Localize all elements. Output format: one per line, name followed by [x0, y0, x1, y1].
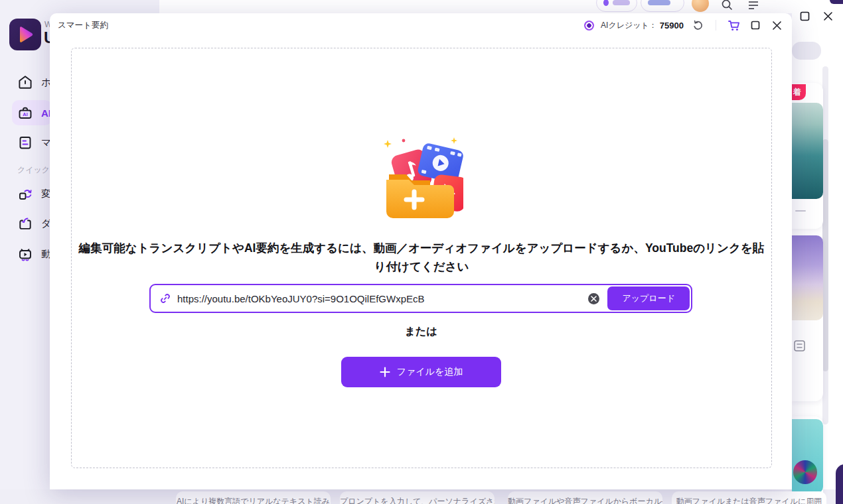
thumbnail-icon — [794, 340, 805, 354]
document-icon — [17, 135, 33, 151]
bottom-card-text: AIにより複数言語でリアルなテキスト読み — [177, 496, 330, 504]
app-logo — [9, 19, 41, 50]
sparkle-left — [384, 140, 392, 148]
or-separator-text: または — [50, 325, 792, 339]
ai-credit-coin-icon — [584, 21, 594, 31]
dialog-title: スマート要約 — [58, 13, 108, 37]
feature-card-1[interactable]: 着 — [792, 83, 823, 229]
bottom-card-3[interactable]: 動画ファイルや音声ファイルからボーカルや — [508, 491, 662, 504]
dialog-close-button[interactable] — [769, 18, 784, 32]
link-icon — [159, 292, 172, 305]
pill-dot-icon — [603, 0, 609, 6]
topbar-pill-button-1[interactable] — [596, 0, 637, 12]
bottom-card-text: 動画ファイルや音声ファイルからボーカルや — [508, 496, 662, 504]
bottom-card-text: 動画ファイルまたは音声ファイルに周囲 — [676, 496, 822, 504]
svg-text:AI: AI — [23, 111, 28, 117]
youtube-url-input[interactable] — [177, 293, 584, 304]
upload-button[interactable]: アップロード — [607, 286, 690, 310]
sidebar-item-video-tools[interactable]: 動 — [17, 246, 51, 262]
clear-input-button[interactable] — [588, 293, 599, 304]
bottom-card-4[interactable]: 動画ファイルまたは音声ファイルに周囲 — [672, 491, 826, 504]
card-thumbnail-balloon — [792, 419, 823, 493]
add-file-label: ファイルを追加 — [397, 366, 463, 378]
sidebar-item-home[interactable]: ホ — [17, 74, 51, 90]
scrollbar-thumb[interactable] — [822, 139, 828, 371]
plus-icon — [380, 367, 390, 377]
window-close-button[interactable] — [822, 10, 834, 22]
add-file-button[interactable]: ファイルを追加 — [341, 357, 501, 387]
sidebar-item-my-projects[interactable]: マ — [17, 135, 51, 151]
ai-toolbox-icon: AI — [17, 105, 33, 121]
divider — [716, 20, 716, 31]
smart-summary-dialog: スマート要約 AIクレジット： 75900 — [50, 13, 792, 489]
bottom-card-2[interactable]: プロンプトを入力して、パーソナライズされた — [340, 491, 495, 504]
video-tools-icon — [17, 246, 33, 262]
instruction-text: 編集可能なトランスクリプトやAI要約を生成するには、動画／オーディオファイルをア… — [76, 239, 767, 276]
card-thumbnail-ocean — [792, 103, 823, 199]
new-badge: 着 — [792, 84, 806, 100]
url-input-container: アップロード — [149, 284, 692, 313]
sparkle-right — [451, 137, 457, 144]
sidebar-item-downloader[interactable]: ダ — [17, 216, 51, 231]
card-thumbnail-beach — [792, 235, 823, 320]
card-text-placeholder — [795, 210, 806, 212]
sidebar-section-label: クイック — [17, 164, 50, 176]
balloon-graphic — [793, 460, 817, 484]
topbar-pill-button-2[interactable] — [641, 0, 684, 12]
cart-icon[interactable] — [727, 18, 741, 32]
refresh-credits-icon[interactable] — [690, 18, 705, 32]
sidebar-item-convert[interactable]: 変 — [17, 186, 51, 202]
window-restore-button[interactable] — [799, 10, 810, 22]
list-menu-icon[interactable] — [747, 0, 759, 11]
background-titlebar — [159, 0, 843, 13]
feature-card-2[interactable] — [792, 235, 823, 401]
ai-credit-value: 75900 — [660, 21, 684, 31]
app-window: W U ホ AI AI マ クイック 変 — [0, 0, 843, 504]
home-icon — [17, 74, 33, 90]
bottom-card-1[interactable]: AIにより複数言語でリアルなテキスト読み — [176, 491, 331, 504]
window-corner-decoration-top — [830, 0, 843, 4]
dialog-maximize-button[interactable] — [748, 18, 763, 32]
pill-text-placeholder — [648, 0, 670, 5]
download-icon — [17, 216, 33, 231]
pill-text-placeholder — [613, 0, 630, 5]
play-logo-icon — [15, 25, 35, 44]
window-corner-decoration-bottom — [836, 464, 843, 504]
ai-credit-label: AIクレジット： — [601, 20, 657, 31]
convert-icon — [17, 186, 33, 202]
search-icon[interactable] — [721, 0, 733, 11]
upload-illustration — [380, 136, 463, 222]
sidebar-item-ai-toolbox[interactable]: AI AI — [17, 105, 51, 121]
right-rail-filter-pill[interactable] — [792, 42, 821, 60]
bottom-card-text: プロンプトを入力して、パーソナライズされた — [340, 496, 495, 504]
